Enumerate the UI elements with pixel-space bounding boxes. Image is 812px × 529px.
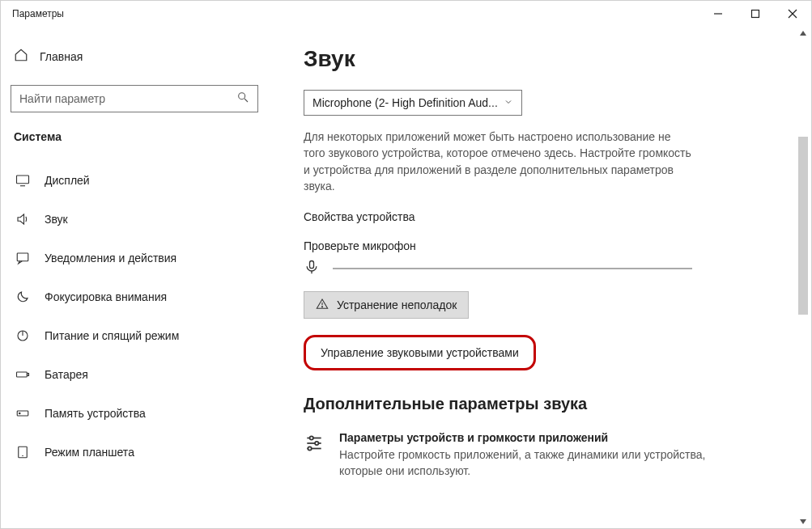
nav-item-notifications[interactable]: Уведомления и действия — [11, 239, 258, 277]
nav-item-display[interactable]: Дисплей — [11, 161, 258, 200]
chat-icon — [15, 251, 30, 265]
device-properties-link[interactable]: Свойства устройства — [304, 210, 811, 223]
sidebar: Главная Система Дисплей Звук — [1, 27, 268, 528]
power-icon — [15, 328, 30, 343]
nav-item-label: Батарея — [45, 368, 88, 381]
sliders-icon — [304, 431, 325, 479]
input-note: Для некоторых приложений может быть наст… — [304, 129, 692, 194]
nav-item-label: Режим планшета — [45, 446, 134, 459]
svg-point-14 — [19, 413, 21, 414]
nav-item-label: Звук — [45, 213, 68, 226]
scroll-thumb[interactable] — [798, 137, 808, 315]
sound-icon — [15, 212, 30, 226]
page-title: Звук — [304, 46, 811, 72]
scroll-up-arrow[interactable] — [797, 27, 810, 40]
scroll-down-arrow[interactable] — [797, 515, 810, 528]
warning-icon — [316, 298, 329, 313]
nav-item-tablet[interactable]: Режим планшета — [11, 433, 258, 472]
input-device-dropdown[interactable]: Microphone (2- High Definition Aud... — [304, 90, 522, 116]
nav-list: Дисплей Звук Уведомления и действия Фоку… — [11, 161, 258, 472]
minimize-button[interactable] — [699, 1, 737, 27]
svg-rect-6 — [17, 176, 29, 184]
nav-item-battery[interactable]: Батарея — [11, 355, 258, 394]
advanced-tile-subtitle: Настройте громкость приложений, а также … — [339, 447, 741, 479]
section-heading: Система — [11, 130, 258, 143]
svg-point-22 — [310, 437, 313, 440]
battery-icon — [15, 367, 30, 382]
mic-level-bar — [333, 268, 692, 269]
close-button[interactable] — [774, 1, 811, 27]
svg-rect-12 — [28, 374, 29, 376]
svg-point-26 — [308, 447, 311, 451]
svg-line-5 — [244, 99, 248, 102]
home-icon — [14, 48, 28, 66]
nav-item-label: Фокусировка внимания — [45, 290, 167, 303]
microphone-icon — [304, 259, 320, 278]
troubleshoot-button[interactable]: Устранение неполадок — [304, 291, 469, 319]
storage-icon — [15, 406, 30, 421]
moon-icon — [15, 290, 30, 304]
svg-point-20 — [321, 306, 322, 307]
nav-item-label: Память устройства — [45, 407, 146, 420]
svg-rect-11 — [17, 372, 28, 377]
maximize-button[interactable] — [737, 1, 774, 27]
home-nav[interactable]: Главная — [11, 40, 258, 74]
chevron-down-icon — [504, 96, 513, 109]
svg-point-4 — [239, 93, 245, 99]
svg-rect-17 — [310, 261, 314, 269]
advanced-tile[interactable]: Параметры устройств и громкости приложен… — [304, 431, 741, 479]
nav-item-sound[interactable]: Звук — [11, 200, 258, 239]
window-controls — [699, 1, 811, 27]
scroll-track[interactable] — [798, 40, 808, 515]
svg-point-24 — [315, 442, 318, 445]
search-box[interactable] — [11, 85, 258, 112]
nav-item-focus[interactable]: Фокусировка внимания — [11, 277, 258, 316]
mic-test-row — [304, 259, 692, 278]
scrollbar[interactable] — [797, 27, 810, 528]
display-icon — [15, 173, 30, 188]
svg-rect-1 — [752, 11, 759, 18]
dropdown-label: Microphone (2- High Definition Aud... — [312, 96, 504, 109]
window-title: Параметры — [12, 8, 64, 19]
tablet-icon — [15, 445, 30, 459]
content: Звук Microphone (2- High Definition Aud.… — [268, 27, 811, 528]
nav-item-label: Питание и спящий режим — [45, 329, 179, 342]
nav-item-label: Уведомления и действия — [45, 252, 176, 264]
advanced-tile-title: Параметры устройств и громкости приложен… — [339, 431, 741, 444]
home-label: Главная — [40, 50, 83, 63]
troubleshoot-label: Устранение неполадок — [337, 298, 457, 311]
svg-rect-8 — [17, 253, 28, 261]
nav-item-storage[interactable]: Память устройства — [11, 394, 258, 433]
mic-check-label: Проверьте микрофон — [304, 239, 811, 252]
title-bar: Параметры — [1, 1, 811, 27]
nav-item-power[interactable]: Питание и спящий режим — [11, 316, 258, 355]
manage-devices-highlight: Управление звуковыми устройствами — [304, 335, 536, 370]
search-icon — [236, 91, 249, 107]
search-input[interactable] — [19, 92, 236, 105]
manage-devices-link[interactable]: Управление звуковыми устройствами — [321, 346, 519, 359]
nav-item-label: Дисплей — [45, 174, 90, 187]
advanced-heading: Дополнительные параметры звука — [304, 395, 811, 413]
